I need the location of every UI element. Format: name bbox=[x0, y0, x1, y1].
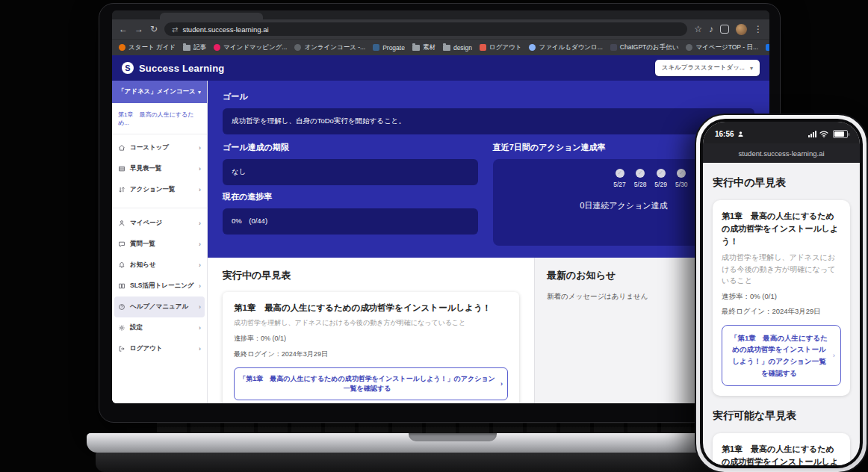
browser-tab-strip bbox=[112, 10, 769, 19]
view-actions-label: 「第1章 最高の人生にするための成功哲学をインストールしよう！」のアクション一覧… bbox=[731, 334, 828, 377]
course-selector[interactable]: 「アドネス」メインコース ▾ bbox=[112, 81, 207, 103]
brand-name: Success Learning bbox=[139, 63, 224, 74]
course-selector-label: 「アドネス」メインコース bbox=[118, 87, 196, 96]
sidebar-item-label: SLS活用トレーニング bbox=[130, 282, 194, 291]
chevron-right-icon: › bbox=[199, 261, 201, 269]
chevron-right-icon: › bbox=[199, 186, 201, 193]
sheet-title: 第1章 最高の人生にするための成功哲学をインストールしよう！ bbox=[722, 443, 841, 465]
bookmark-item[interactable]: design bbox=[443, 44, 472, 52]
menu-kebab-icon[interactable]: ⋮ bbox=[754, 25, 763, 34]
web-page: S Success Learning スキルプラススタートダッ... ▾ 「アド… bbox=[112, 55, 769, 403]
bookmark-item[interactable]: 記事 bbox=[183, 43, 206, 52]
url-text: student.success-learning.ai bbox=[182, 25, 268, 34]
sidebar-item-label: ログアウト bbox=[130, 344, 163, 353]
side-panel-icon[interactable]: ♪ bbox=[709, 25, 713, 34]
deadline-value: なし bbox=[223, 159, 478, 185]
favicon bbox=[294, 44, 301, 51]
bookmark-item[interactable]: Progate bbox=[373, 44, 405, 52]
sheet-last-login: 最終ログイン：2024年3月29日 bbox=[234, 350, 508, 359]
day-dot-icon: ✓ bbox=[657, 169, 666, 178]
favicon bbox=[686, 44, 692, 51]
forward-icon[interactable]: → bbox=[134, 25, 143, 34]
deadline-label: ゴール達成の期限 bbox=[223, 142, 478, 153]
bookmark-star-icon[interactable]: ☆ bbox=[694, 25, 702, 34]
course-switch-button[interactable]: スキルプラススタートダッ... ▾ bbox=[655, 60, 760, 76]
sidebar-chapter-link[interactable]: 第1章 最高の人生にするため... bbox=[112, 103, 207, 134]
bookmark-item[interactable]: オンラインコース -... bbox=[294, 43, 365, 52]
tab-groups-icon[interactable] bbox=[720, 25, 729, 34]
phone-screen: 16:56 student.success-learning.ai 実行中の早見… bbox=[703, 122, 860, 465]
bookmark-label: ChatGPTのお手伝い bbox=[620, 43, 679, 52]
sheet-progress: 進捗率：0% (0/1) bbox=[234, 334, 508, 344]
chevron-down-icon: ▾ bbox=[198, 89, 201, 96]
bookmark-label: マイページTOP - 日... bbox=[695, 43, 758, 52]
bookmark-item[interactable]: ChatGPTのお手伝い bbox=[610, 43, 679, 52]
view-actions-button[interactable]: 「第1章 最高の人生にするための成功哲学をインストールしよう！」のアクション一覧… bbox=[234, 367, 508, 400]
folder-icon bbox=[412, 45, 420, 51]
favicon bbox=[529, 44, 536, 51]
bookmark-item[interactable]: マインドマッピング... bbox=[214, 43, 287, 52]
bookmark-label: マインドマッピング... bbox=[223, 43, 287, 52]
phone-status-bar: 16:56 bbox=[703, 122, 860, 143]
sidebar-item-sls-training[interactable]: SLS活用トレーニング › bbox=[112, 276, 207, 296]
day-dot-icon: ✓ bbox=[616, 169, 624, 178]
view-actions-label: 「第1章 最高の人生にするための成功哲学をインストールしよう！」のアクション一覧… bbox=[239, 374, 495, 394]
folder-icon bbox=[183, 45, 190, 51]
back-icon[interactable]: ← bbox=[119, 25, 128, 34]
sheet-progress: 進捗率：0% (0/1) bbox=[722, 292, 841, 302]
phone-address-bar[interactable]: student.success-learning.ai bbox=[703, 143, 860, 163]
bookmark-label: ログアウト bbox=[489, 43, 522, 52]
chevron-right-icon: › bbox=[199, 282, 201, 290]
browser-tab[interactable] bbox=[160, 13, 263, 19]
day-label: 5/29 bbox=[654, 181, 667, 188]
bookmark-label: ファイルもダウンロ... bbox=[539, 43, 602, 52]
reload-icon[interactable]: ↻ bbox=[150, 25, 158, 34]
day-label: 5/27 bbox=[613, 181, 626, 188]
day-dot-icon: ✓ bbox=[636, 169, 645, 178]
sidebar-item-logout[interactable]: ログアウト › bbox=[112, 338, 207, 359]
view-actions-button[interactable]: 「第1章 最高の人生にするための成功哲学をインストールしよう！」のアクション一覧… bbox=[722, 325, 841, 387]
bookmark-item[interactable]: スタート ガイド bbox=[119, 43, 176, 52]
main-content: ゴール 成功哲学を理解し、自身のToDo実行を開始すること。 ゴール達成の期限 … bbox=[208, 81, 769, 403]
sidebar-item-questions[interactable]: 質問一覧 › bbox=[112, 234, 207, 255]
course-switch-label: スキルプラススタートダッ... bbox=[662, 63, 745, 72]
goal-label: ゴール bbox=[223, 91, 754, 102]
sidebar-item-help-manual[interactable]: ヘルプ／マニュアル › bbox=[114, 296, 205, 317]
available-sheets-title: 実行可能な早見表 bbox=[713, 409, 850, 423]
phone-time: 16:56 bbox=[715, 130, 734, 138]
bookmark-item[interactable]: Kindle bbox=[766, 44, 769, 52]
sidebar-item-settings[interactable]: 設定 › bbox=[112, 317, 207, 338]
logout-icon bbox=[118, 345, 125, 353]
chevron-right-icon: › bbox=[199, 240, 201, 248]
day-item: ✓5/28 bbox=[634, 169, 647, 188]
home-icon bbox=[118, 144, 125, 152]
sidebar-item-label: ヘルプ／マニュアル bbox=[130, 302, 188, 311]
bookmark-label: 記事 bbox=[193, 43, 206, 52]
sidebar-item-mypage[interactable]: マイページ › bbox=[112, 213, 207, 234]
sidebar-item-sheet-list[interactable]: 早見表一覧 › bbox=[112, 158, 207, 179]
user-icon bbox=[118, 220, 125, 227]
address-bar[interactable]: ⇄ student.success-learning.ai bbox=[164, 22, 687, 36]
day-item: ✓5/30 bbox=[675, 169, 688, 188]
wifi-icon bbox=[819, 131, 828, 137]
phone-page: 実行中の早見表 第1章 最高の人生にするための成功哲学をインストールしよう！ 成… bbox=[703, 163, 860, 465]
chat-icon bbox=[118, 240, 125, 248]
bookmark-item[interactable]: ファイルもダウンロ... bbox=[529, 43, 602, 52]
sheet-last-login: 最終ログイン：2024年3月29日 bbox=[722, 307, 841, 317]
bookmark-item[interactable]: 素材 bbox=[412, 43, 435, 52]
profile-avatar[interactable] bbox=[736, 24, 747, 35]
sidebar-item-label: 早見表一覧 bbox=[130, 164, 162, 173]
chevron-right-icon: › bbox=[199, 165, 201, 173]
sort-icon bbox=[118, 186, 125, 193]
sidebar-item-course-top[interactable]: コーストップ › bbox=[112, 137, 207, 158]
sidebar-item-action-list[interactable]: アクション一覧 › bbox=[112, 179, 207, 200]
sheet-description: 成功哲学を理解し、アドネスにおける今後の動き方が明確になっていること bbox=[722, 252, 841, 287]
bookmark-item[interactable]: マイページTOP - 日... bbox=[686, 43, 758, 52]
sidebar-item-notices[interactable]: お知らせ › bbox=[112, 255, 207, 276]
favicon bbox=[373, 44, 379, 51]
bookmark-label: Progate bbox=[382, 44, 405, 52]
bookmark-label: スタート ガイド bbox=[128, 43, 176, 52]
battery-icon bbox=[833, 130, 848, 138]
bookmark-item[interactable]: ログアウト bbox=[480, 43, 522, 52]
chevron-right-icon: › bbox=[500, 380, 503, 388]
